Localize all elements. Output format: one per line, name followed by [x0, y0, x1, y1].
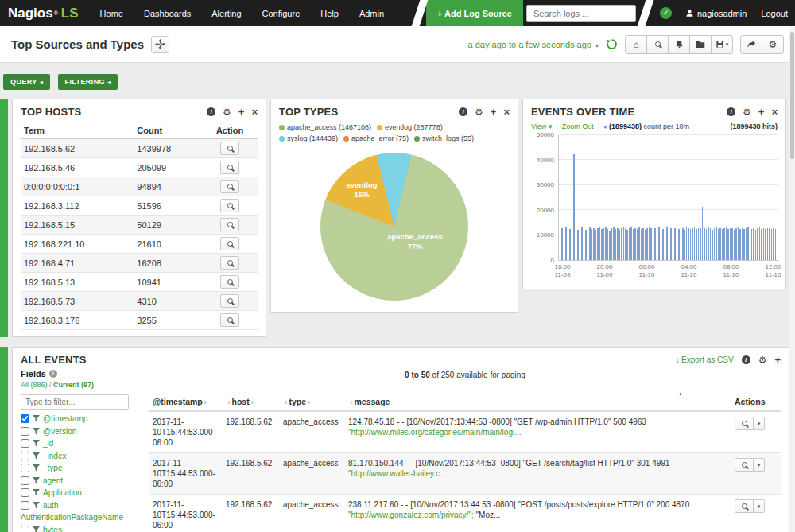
histogram-bar[interactable] — [625, 228, 626, 260]
histogram-bar[interactable] — [698, 228, 699, 260]
histogram-bar[interactable] — [607, 229, 608, 260]
histogram-bar[interactable] — [706, 229, 707, 260]
row-drag-handle[interactable] — [0, 347, 8, 532]
plus-icon[interactable]: + — [491, 107, 497, 117]
alerts-button[interactable] — [668, 35, 690, 54]
move-column-left-icon[interactable]: ‹ — [227, 397, 231, 406]
field-name[interactable]: agent — [43, 476, 63, 485]
histogram-bar[interactable] — [645, 230, 646, 260]
nav-item-configure[interactable]: Configure — [252, 0, 311, 26]
nav-item-dashboards[interactable]: Dashboards — [134, 0, 201, 26]
field-filter-input[interactable] — [21, 394, 129, 410]
histogram-bar[interactable] — [702, 207, 703, 261]
histogram-bar[interactable] — [686, 227, 687, 260]
fields-current-link[interactable]: Current (97) — [53, 381, 94, 389]
histogram-bar[interactable] — [581, 227, 582, 260]
histogram-bar[interactable] — [615, 229, 616, 260]
close-icon[interactable]: × — [503, 107, 510, 117]
gear-icon[interactable]: ⚙ — [223, 107, 231, 117]
histogram-bar[interactable] — [678, 229, 679, 260]
plus-icon[interactable]: + — [238, 107, 245, 117]
histogram-bar[interactable] — [673, 230, 673, 260]
host-search-button[interactable] — [220, 237, 239, 250]
field-name[interactable]: AuthenticationPackageName — [21, 513, 123, 522]
field-checkbox[interactable] — [21, 414, 29, 423]
host-search-button[interactable] — [220, 294, 239, 308]
histogram-bar[interactable] — [561, 228, 562, 261]
histogram-bar[interactable] — [696, 229, 696, 260]
histogram-bar[interactable] — [718, 229, 719, 260]
filter-icon[interactable] — [33, 477, 40, 484]
field-checkbox[interactable] — [21, 464, 29, 472]
field-name[interactable]: @version — [43, 427, 76, 436]
user-menu[interactable]: nagiosadmin — [678, 9, 754, 18]
column-header-actions[interactable]: Actions — [731, 394, 781, 411]
move-column-right-icon[interactable]: › — [251, 397, 254, 406]
close-icon[interactable]: × — [251, 107, 258, 117]
search-button[interactable] — [646, 35, 669, 54]
histogram-bar[interactable] — [763, 228, 764, 260]
host-search-button[interactable] — [220, 313, 239, 327]
histogram-bar[interactable] — [767, 228, 768, 260]
histogram-bar[interactable] — [739, 229, 740, 260]
filter-icon[interactable] — [33, 452, 40, 460]
histogram-bar[interactable] — [730, 228, 731, 260]
message-link[interactable]: "http://www.waller-bailey.c... — [348, 469, 446, 478]
histogram-bar[interactable] — [723, 228, 724, 260]
histogram-bar[interactable] — [633, 229, 634, 260]
histogram-bar[interactable] — [747, 227, 748, 260]
histogram-bar[interactable] — [599, 227, 600, 260]
export-csv-link[interactable]: ↓Export as CSV — [676, 355, 734, 364]
field-name[interactable]: Application — [43, 488, 82, 497]
histogram-bar[interactable] — [769, 228, 770, 261]
histogram-bar[interactable] — [708, 227, 708, 260]
plus-icon[interactable]: + — [774, 355, 781, 365]
info-icon[interactable]: i — [49, 370, 57, 378]
status-check-icon[interactable]: ✓ — [660, 7, 672, 19]
histogram-bar[interactable] — [626, 230, 627, 260]
histogram-bar[interactable] — [677, 227, 677, 260]
histogram-bar[interactable] — [603, 228, 604, 260]
histogram-bar[interactable] — [585, 230, 586, 260]
field-name[interactable]: _type — [43, 464, 62, 472]
histogram-bar[interactable] — [564, 230, 564, 260]
histogram-bar[interactable] — [650, 228, 651, 260]
histogram-bar[interactable] — [746, 228, 747, 260]
histogram-bar[interactable] — [617, 228, 618, 260]
histogram-bar[interactable] — [712, 230, 712, 260]
histogram-bar[interactable] — [751, 229, 752, 260]
histogram-bar[interactable] — [646, 228, 647, 260]
histogram-bar[interactable] — [734, 230, 735, 260]
histogram-bar[interactable] — [682, 228, 683, 261]
column-header-host[interactable]: ‹host› — [223, 394, 280, 411]
event-dropdown-button[interactable]: ▾ — [753, 458, 765, 472]
query-toggle-button[interactable]: QUERY◂ — [3, 74, 50, 90]
histogram-bar[interactable] — [573, 154, 574, 260]
legend-item[interactable]: apache_access (1467108) — [279, 122, 371, 133]
zoom-out-button[interactable]: Zoom Out — [562, 122, 594, 130]
gear-icon[interactable]: ⚙ — [743, 107, 751, 117]
nav-item-help[interactable]: Help — [310, 0, 349, 26]
move-column-right-icon[interactable]: › — [308, 397, 311, 406]
field-checkbox[interactable] — [21, 452, 29, 460]
histogram-bar[interactable] — [629, 228, 630, 260]
info-icon[interactable]: i — [742, 355, 750, 364]
host-search-button[interactable] — [220, 180, 239, 193]
gear-icon[interactable]: ⚙ — [475, 107, 483, 117]
host-search-button[interactable] — [220, 218, 239, 231]
histogram-bar[interactable] — [688, 228, 688, 260]
info-icon[interactable]: i — [727, 107, 735, 116]
filter-icon[interactable] — [33, 428, 40, 435]
histogram-bar[interactable] — [613, 227, 614, 260]
filtering-toggle-button[interactable]: FILTERING◂ — [58, 74, 118, 90]
field-checkbox[interactable] — [21, 439, 29, 448]
search-input[interactable] — [526, 5, 636, 22]
field-checkbox[interactable] — [21, 476, 29, 485]
histogram-bar[interactable] — [727, 229, 728, 260]
histogram-bar[interactable] — [684, 230, 685, 260]
nav-item-admin[interactable]: Admin — [349, 0, 394, 26]
refresh-button[interactable] — [606, 38, 618, 50]
histogram-bar[interactable] — [634, 228, 635, 260]
histogram-bar[interactable] — [658, 227, 659, 260]
move-dashboard-button[interactable] — [151, 36, 169, 53]
